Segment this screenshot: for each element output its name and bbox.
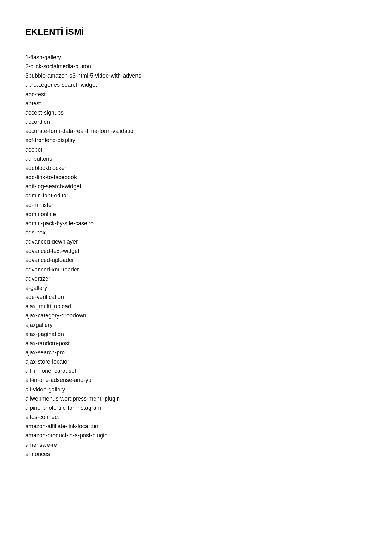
plugin-name-list: 1-flash-gallery2-click-socialmedia-butto…	[25, 53, 367, 459]
list-item: annonces	[25, 450, 367, 459]
list-item: amazon-affiliate-link-localizer	[25, 422, 367, 431]
list-item: acf-frontend-display	[25, 136, 367, 145]
list-item: 2-click-socialmedia-button	[25, 62, 367, 71]
list-item: add-link-to-facebook	[25, 173, 367, 182]
list-item: age-verification	[25, 293, 367, 302]
list-item: addblockblocker	[25, 164, 367, 173]
list-item: 1-flash-gallery	[25, 53, 367, 62]
list-item: ajax_multi_upload	[25, 302, 367, 311]
list-item: admin-pack-by-site-caseiro	[25, 219, 367, 228]
page-title: EKLENTİ İSMİ	[25, 27, 367, 37]
list-item: advertizer	[25, 274, 367, 284]
list-item: abtest	[25, 99, 367, 108]
list-item: ads-box	[25, 228, 367, 237]
list-item: ajax-store-locator	[25, 357, 367, 366]
list-item: a-gallery	[25, 284, 367, 293]
list-item: accept-signups	[25, 108, 367, 117]
list-item: adif-log-search-widget	[25, 182, 367, 191]
list-item: advanced-dewplayer	[25, 237, 367, 246]
list-item: ajax-category-dropdown	[25, 311, 367, 320]
list-item: adminonline	[25, 210, 367, 219]
list-item: ajax-random-post	[25, 339, 367, 348]
list-item: ajax-search-pro	[25, 348, 367, 357]
list-item: ad-minister	[25, 201, 367, 210]
list-item: advanced-uploader	[25, 256, 367, 265]
list-item: allwebmenus-wordpress-menu-plugin	[25, 394, 367, 403]
list-item: 3bubble-amazon-s3-html-5-video-with-adve…	[25, 71, 367, 80]
list-item: amazon-product-in-a-post-plugin	[25, 431, 367, 440]
list-item: admin-font-editor	[25, 191, 367, 200]
list-item: abc-test	[25, 90, 367, 99]
list-item: accordion	[25, 117, 367, 127]
list-item: advanced-xml-reader	[25, 265, 367, 274]
list-item: acobot	[25, 145, 367, 154]
list-item: ajaxgallery	[25, 321, 367, 330]
list-item: ajax-pagination	[25, 330, 367, 339]
list-item: all-in-one-adsense-and-ypn	[25, 376, 367, 385]
list-item: all-video-gallery	[25, 385, 367, 394]
list-item: altos-connect	[25, 413, 367, 422]
list-item: alpine-photo-tile-for-instagram	[25, 403, 367, 413]
list-item: accurate-form-data-real-time-form-valida…	[25, 127, 367, 136]
list-item: all_in_one_carousel	[25, 366, 367, 376]
list-item: amerisale-re	[25, 440, 367, 450]
list-item: advanced-text-widget	[25, 246, 367, 256]
list-item: ab-categories-search-widget	[25, 80, 367, 90]
list-item: ad-buttons	[25, 154, 367, 164]
